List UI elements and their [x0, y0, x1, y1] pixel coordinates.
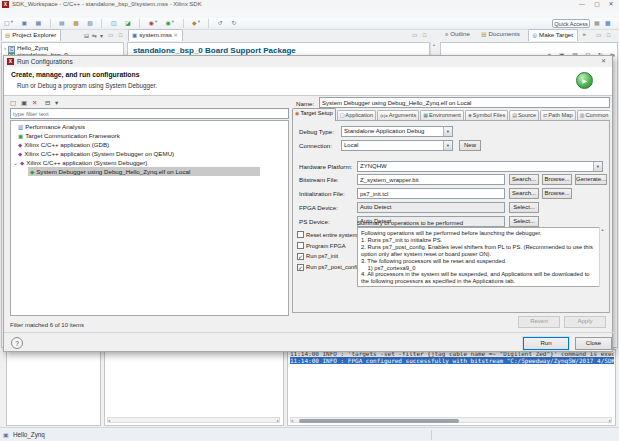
initialization-search-button[interactable]: Search... [509, 188, 539, 199]
checkbox-box[interactable] [297, 242, 304, 249]
help-button[interactable]: ? [11, 337, 23, 349]
quick-access-button[interactable]: Quick Access [552, 19, 590, 28]
new-connection-button[interactable]: New [459, 140, 481, 151]
filter-launch-config-icon[interactable]: ▾ [55, 99, 58, 107]
external-tools-icon[interactable]: ◆ [192, 19, 197, 26]
scroll-left-icon[interactable]: ◂ [108, 418, 110, 423]
run-icon[interactable]: ◉ [166, 19, 171, 26]
view-menu-icon[interactable]: ▾ [100, 32, 103, 39]
bitstream-browse-button[interactable]: Browse... [542, 174, 572, 185]
new-project-icon[interactable]: ◫ [111, 19, 117, 26]
new-cpp-icon[interactable]: ◪ [125, 19, 131, 26]
titlebar: X SDK_Workspace - C/C++ - standalone_bsp… [0, 0, 619, 9]
tab-documents[interactable]: ▤Documents [478, 29, 524, 41]
back-icon[interactable]: ↺ [218, 19, 223, 26]
open-perspective-icon[interactable]: ▦ [594, 19, 600, 26]
fpga-device-select-button[interactable]: Select... [509, 202, 539, 213]
scroll-right-icon[interactable]: ▸ [609, 418, 611, 423]
tree-item-tcf[interactable]: ▣Target Communication Framework [18, 132, 120, 139]
right-minimize-maximize-icons[interactable]: ▭ □ [596, 32, 612, 38]
checkbox-run-ps7-init[interactable]: ✓Run ps7_init [297, 253, 338, 260]
symbol-files-icon: ◈ [468, 112, 472, 118]
initialization-browse-button[interactable]: Browse... [542, 188, 572, 199]
filter-input[interactable] [10, 108, 289, 119]
cpp-perspective-icon[interactable]: ▩ [605, 19, 611, 26]
bitstream-generate-button[interactable]: Generate... [575, 174, 607, 185]
debug-dropdown-icon[interactable]: ▾ [155, 19, 157, 24]
close-button[interactable]: ✕ [604, 0, 618, 9]
name-input[interactable] [319, 97, 610, 108]
fpga-device-label: FPGA Device: [299, 204, 338, 211]
revert-button[interactable]: Revert [518, 316, 560, 328]
right-tabrow: ≡Outline ▤Documents ◎Make Target » [442, 29, 618, 42]
tree-item-xilinx-system-debugger[interactable]: ⌄◆Xilinx C/C++ application (System Debug… [13, 159, 147, 166]
scroll-left-icon[interactable]: ◂ [291, 418, 293, 423]
tab-target-setup[interactable]: ◉Target Setup [292, 108, 336, 121]
apply-button[interactable]: Apply [564, 316, 606, 328]
collapse-all-icon[interactable]: ⊟ [45, 99, 50, 107]
hardware-platform-label: Hardware Platform: [299, 163, 352, 170]
ps-device-select-button[interactable]: Select... [509, 216, 539, 227]
link-with-editor-icon[interactable]: ⇆ [92, 32, 97, 39]
tree-item-selected-config[interactable]: ◆System Debugger using Debug_Hello_Zynq.… [30, 168, 190, 175]
delete-launch-config-icon[interactable]: ✕ [32, 99, 37, 107]
duplicate-launch-config-icon[interactable]: ▣ [21, 99, 27, 107]
new-wizard-icon[interactable]: ▢ [4, 19, 10, 26]
print-icon[interactable]: ▤ [59, 19, 65, 26]
checkbox-box[interactable] [297, 231, 304, 238]
summary-textarea[interactable]: Following operations will be performed b… [357, 227, 605, 287]
tree-item-xilinx-gdb[interactable]: ◆Xilinx C/C++ application (GDB) [18, 141, 109, 148]
tree-item-performance-analysis[interactable]: ▥Performance Analysis [18, 123, 85, 130]
collapse-all-icon[interactable]: ⊟ [84, 32, 89, 39]
save-all-icon[interactable]: ▦ [36, 19, 42, 26]
statusbar-divider [431, 430, 432, 440]
explorer-tabrow: ▤Project Explorer [1, 29, 125, 42]
checkbox-check-icon[interactable]: ✓ [297, 253, 304, 260]
minimize-button[interactable]: — [575, 0, 589, 9]
new-wizard-dropdown-icon[interactable]: ▾ [11, 19, 13, 24]
scrollbar-thumb[interactable] [299, 419, 459, 423]
console-horizontal-scrollbar[interactable]: ◂ ▸ [290, 417, 612, 423]
tab-make-target[interactable]: ◎Make Target [528, 29, 578, 41]
bitstream-file-input[interactable] [357, 174, 505, 185]
external-tools-dropdown-icon[interactable]: ▾ [198, 19, 200, 24]
debug-icon[interactable]: ◉ [149, 19, 154, 26]
launch-config-tree: ▥Performance Analysis ▣Target Communicat… [10, 120, 289, 316]
run-dropdown-icon[interactable]: ▾ [172, 19, 174, 24]
checkbox-reset-entire-system[interactable]: Reset entire system [297, 231, 357, 238]
dialog-close-icon[interactable]: ✕ [601, 57, 606, 64]
run-button[interactable]: Run [523, 337, 569, 350]
forward-icon[interactable]: ↻ [231, 19, 236, 26]
save-icon[interactable]: ▣ [21, 19, 27, 26]
checkbox-run-ps7-post-config[interactable]: ✓Run ps7_post_config [297, 264, 360, 271]
checkbox-check-icon[interactable]: ✓ [297, 264, 304, 271]
close-dialog-button[interactable]: Close [575, 337, 612, 350]
scroll-up-icon[interactable]: ▴ [433, 42, 435, 47]
explorer-minimize-maximize-icons[interactable]: ▭ □ [108, 32, 124, 38]
launch-shell-icon[interactable]: ▧ [87, 19, 93, 26]
expander-open-icon[interactable]: ⌄ [13, 160, 18, 166]
console-line-selected[interactable]: 11:14:00 INFO : FPGA configured successf… [290, 357, 614, 364]
bitstream-search-button[interactable]: Search... [509, 174, 539, 185]
tab-overflow-chevron[interactable]: » [582, 29, 589, 41]
debug-type-select[interactable]: Standalone Application Debug▾ [341, 126, 453, 137]
initialization-file-input[interactable] [357, 188, 505, 199]
tab-project-explorer[interactable]: ▤Project Explorer [1, 29, 61, 41]
tab-close-icon[interactable]: ✕ [174, 32, 179, 38]
tree-item-xilinx-qemu[interactable]: ◆Xilinx C/C++ application (System Debugg… [18, 150, 174, 157]
program-fpga-icon[interactable]: ▩ [73, 19, 79, 26]
new-launch-config-icon[interactable]: ▢ [10, 99, 16, 107]
horizontal-scrollbar[interactable]: ◂▸ [107, 417, 280, 423]
maximize-button[interactable]: ▢ [590, 0, 604, 9]
tab-system-mss[interactable]: ▣system.mss ✕ [128, 29, 183, 41]
tab-outline[interactable]: ≡Outline [442, 29, 474, 41]
checkbox-program-fpga[interactable]: Program FPGA [297, 242, 346, 249]
scroll-right-icon[interactable]: ▸ [277, 418, 279, 423]
project-status-icon: ▣ [3, 431, 9, 438]
summary-scrollbar[interactable]: ▴ [599, 227, 605, 287]
xilinx-sdk-app-icon: X [2, 1, 9, 8]
hardware-platform-select[interactable]: ZYNQHW▾ [357, 161, 603, 172]
scroll-up-icon[interactable]: ▴ [601, 227, 603, 232]
connection-select[interactable]: Local▾ [341, 140, 453, 151]
editor-minimize-maximize-icons[interactable]: ▭ □ [412, 32, 428, 38]
